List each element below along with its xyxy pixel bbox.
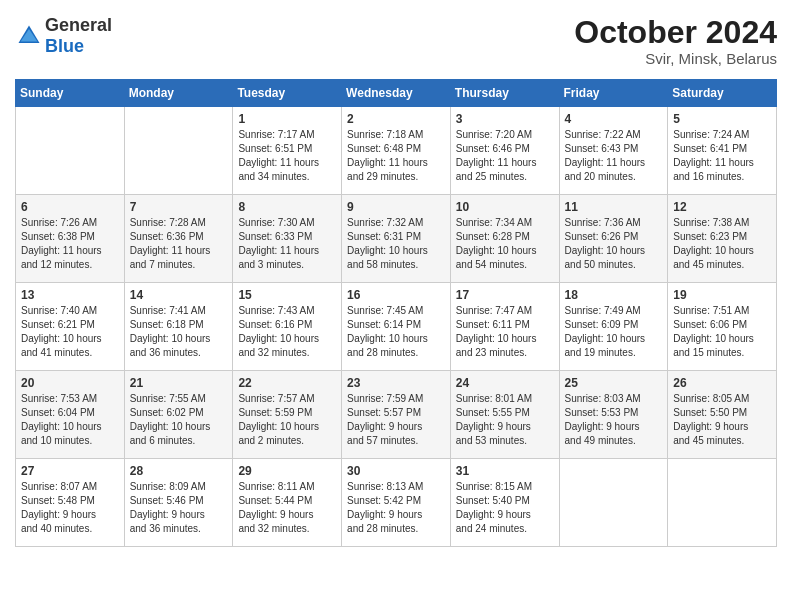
calendar-cell: 14Sunrise: 7:41 AM Sunset: 6:18 PM Dayli… [124, 283, 233, 371]
logo-general-text: General [45, 15, 112, 35]
calendar-cell: 21Sunrise: 7:55 AM Sunset: 6:02 PM Dayli… [124, 371, 233, 459]
calendar-cell: 24Sunrise: 8:01 AM Sunset: 5:55 PM Dayli… [450, 371, 559, 459]
day-number: 29 [238, 464, 336, 478]
calendar-cell: 30Sunrise: 8:13 AM Sunset: 5:42 PM Dayli… [342, 459, 451, 547]
day-number: 25 [565, 376, 663, 390]
calendar-cell: 4Sunrise: 7:22 AM Sunset: 6:43 PM Daylig… [559, 107, 668, 195]
day-number: 30 [347, 464, 445, 478]
day-info: Sunrise: 8:05 AM Sunset: 5:50 PM Dayligh… [673, 392, 771, 448]
calendar-cell: 22Sunrise: 7:57 AM Sunset: 5:59 PM Dayli… [233, 371, 342, 459]
calendar-cell: 25Sunrise: 8:03 AM Sunset: 5:53 PM Dayli… [559, 371, 668, 459]
calendar-week-row: 27Sunrise: 8:07 AM Sunset: 5:48 PM Dayli… [16, 459, 777, 547]
calendar-cell: 26Sunrise: 8:05 AM Sunset: 5:50 PM Dayli… [668, 371, 777, 459]
day-number: 26 [673, 376, 771, 390]
calendar-cell: 6Sunrise: 7:26 AM Sunset: 6:38 PM Daylig… [16, 195, 125, 283]
day-number: 15 [238, 288, 336, 302]
day-number: 1 [238, 112, 336, 126]
calendar-cell: 31Sunrise: 8:15 AM Sunset: 5:40 PM Dayli… [450, 459, 559, 547]
calendar-cell: 28Sunrise: 8:09 AM Sunset: 5:46 PM Dayli… [124, 459, 233, 547]
day-info: Sunrise: 8:03 AM Sunset: 5:53 PM Dayligh… [565, 392, 663, 448]
day-info: Sunrise: 7:57 AM Sunset: 5:59 PM Dayligh… [238, 392, 336, 448]
day-info: Sunrise: 7:34 AM Sunset: 6:28 PM Dayligh… [456, 216, 554, 272]
calendar-cell [668, 459, 777, 547]
day-number: 10 [456, 200, 554, 214]
day-info: Sunrise: 7:43 AM Sunset: 6:16 PM Dayligh… [238, 304, 336, 360]
calendar-cell: 3Sunrise: 7:20 AM Sunset: 6:46 PM Daylig… [450, 107, 559, 195]
weekday-header: Sunday [16, 80, 125, 107]
day-number: 9 [347, 200, 445, 214]
day-info: Sunrise: 8:11 AM Sunset: 5:44 PM Dayligh… [238, 480, 336, 536]
calendar-cell: 9Sunrise: 7:32 AM Sunset: 6:31 PM Daylig… [342, 195, 451, 283]
weekday-header: Wednesday [342, 80, 451, 107]
calendar-cell: 18Sunrise: 7:49 AM Sunset: 6:09 PM Dayli… [559, 283, 668, 371]
page-header: General Blue October 2024 Svir, Minsk, B… [15, 15, 777, 67]
day-number: 3 [456, 112, 554, 126]
calendar-cell: 23Sunrise: 7:59 AM Sunset: 5:57 PM Dayli… [342, 371, 451, 459]
calendar-cell: 15Sunrise: 7:43 AM Sunset: 6:16 PM Dayli… [233, 283, 342, 371]
calendar-cell: 12Sunrise: 7:38 AM Sunset: 6:23 PM Dayli… [668, 195, 777, 283]
calendar-cell [16, 107, 125, 195]
day-info: Sunrise: 8:01 AM Sunset: 5:55 PM Dayligh… [456, 392, 554, 448]
title-block: October 2024 Svir, Minsk, Belarus [574, 15, 777, 67]
day-number: 17 [456, 288, 554, 302]
calendar-header-row: SundayMondayTuesdayWednesdayThursdayFrid… [16, 80, 777, 107]
calendar-body: 1Sunrise: 7:17 AM Sunset: 6:51 PM Daylig… [16, 107, 777, 547]
calendar-week-row: 6Sunrise: 7:26 AM Sunset: 6:38 PM Daylig… [16, 195, 777, 283]
calendar-cell: 2Sunrise: 7:18 AM Sunset: 6:48 PM Daylig… [342, 107, 451, 195]
day-info: Sunrise: 8:09 AM Sunset: 5:46 PM Dayligh… [130, 480, 228, 536]
calendar-cell: 16Sunrise: 7:45 AM Sunset: 6:14 PM Dayli… [342, 283, 451, 371]
location-title: Svir, Minsk, Belarus [574, 50, 777, 67]
calendar-cell: 20Sunrise: 7:53 AM Sunset: 6:04 PM Dayli… [16, 371, 125, 459]
day-info: Sunrise: 7:24 AM Sunset: 6:41 PM Dayligh… [673, 128, 771, 184]
day-info: Sunrise: 7:20 AM Sunset: 6:46 PM Dayligh… [456, 128, 554, 184]
day-number: 6 [21, 200, 119, 214]
weekday-header: Friday [559, 80, 668, 107]
day-number: 13 [21, 288, 119, 302]
day-number: 8 [238, 200, 336, 214]
calendar-cell: 27Sunrise: 8:07 AM Sunset: 5:48 PM Dayli… [16, 459, 125, 547]
weekday-header: Tuesday [233, 80, 342, 107]
day-info: Sunrise: 7:55 AM Sunset: 6:02 PM Dayligh… [130, 392, 228, 448]
weekday-header: Monday [124, 80, 233, 107]
day-info: Sunrise: 7:17 AM Sunset: 6:51 PM Dayligh… [238, 128, 336, 184]
day-number: 7 [130, 200, 228, 214]
day-number: 31 [456, 464, 554, 478]
calendar-cell: 10Sunrise: 7:34 AM Sunset: 6:28 PM Dayli… [450, 195, 559, 283]
calendar-cell [124, 107, 233, 195]
day-number: 4 [565, 112, 663, 126]
calendar-week-row: 20Sunrise: 7:53 AM Sunset: 6:04 PM Dayli… [16, 371, 777, 459]
day-number: 24 [456, 376, 554, 390]
day-info: Sunrise: 8:15 AM Sunset: 5:40 PM Dayligh… [456, 480, 554, 536]
day-number: 22 [238, 376, 336, 390]
day-info: Sunrise: 7:53 AM Sunset: 6:04 PM Dayligh… [21, 392, 119, 448]
day-info: Sunrise: 7:38 AM Sunset: 6:23 PM Dayligh… [673, 216, 771, 272]
weekday-header: Saturday [668, 80, 777, 107]
day-number: 20 [21, 376, 119, 390]
calendar-table: SundayMondayTuesdayWednesdayThursdayFrid… [15, 79, 777, 547]
calendar-week-row: 13Sunrise: 7:40 AM Sunset: 6:21 PM Dayli… [16, 283, 777, 371]
weekday-header: Thursday [450, 80, 559, 107]
calendar-cell: 1Sunrise: 7:17 AM Sunset: 6:51 PM Daylig… [233, 107, 342, 195]
calendar-cell: 11Sunrise: 7:36 AM Sunset: 6:26 PM Dayli… [559, 195, 668, 283]
calendar-cell: 7Sunrise: 7:28 AM Sunset: 6:36 PM Daylig… [124, 195, 233, 283]
day-info: Sunrise: 7:28 AM Sunset: 6:36 PM Dayligh… [130, 216, 228, 272]
day-number: 21 [130, 376, 228, 390]
calendar-cell [559, 459, 668, 547]
logo-blue-text: Blue [45, 36, 84, 56]
calendar-cell: 17Sunrise: 7:47 AM Sunset: 6:11 PM Dayli… [450, 283, 559, 371]
calendar-week-row: 1Sunrise: 7:17 AM Sunset: 6:51 PM Daylig… [16, 107, 777, 195]
day-number: 27 [21, 464, 119, 478]
day-info: Sunrise: 7:49 AM Sunset: 6:09 PM Dayligh… [565, 304, 663, 360]
day-number: 23 [347, 376, 445, 390]
day-number: 11 [565, 200, 663, 214]
day-info: Sunrise: 7:30 AM Sunset: 6:33 PM Dayligh… [238, 216, 336, 272]
day-info: Sunrise: 8:13 AM Sunset: 5:42 PM Dayligh… [347, 480, 445, 536]
day-number: 14 [130, 288, 228, 302]
calendar-cell: 29Sunrise: 8:11 AM Sunset: 5:44 PM Dayli… [233, 459, 342, 547]
calendar-cell: 13Sunrise: 7:40 AM Sunset: 6:21 PM Dayli… [16, 283, 125, 371]
day-info: Sunrise: 7:40 AM Sunset: 6:21 PM Dayligh… [21, 304, 119, 360]
day-info: Sunrise: 7:32 AM Sunset: 6:31 PM Dayligh… [347, 216, 445, 272]
calendar-cell: 19Sunrise: 7:51 AM Sunset: 6:06 PM Dayli… [668, 283, 777, 371]
day-info: Sunrise: 8:07 AM Sunset: 5:48 PM Dayligh… [21, 480, 119, 536]
logo: General Blue [15, 15, 112, 57]
